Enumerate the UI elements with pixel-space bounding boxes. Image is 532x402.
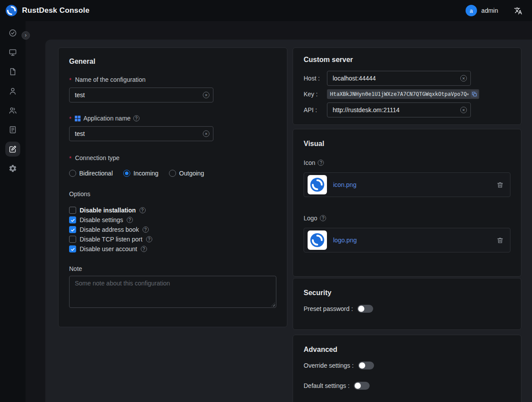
- delete-logo-button[interactable]: [496, 237, 504, 244]
- custom-server-title: Custom server: [304, 56, 510, 64]
- api-label: API :: [304, 106, 327, 113]
- sidebar-item-custom-clients[interactable]: [7, 143, 19, 155]
- host-input[interactable]: [327, 71, 471, 86]
- clear-name-icon[interactable]: [203, 92, 209, 99]
- host-label: Host :: [304, 75, 327, 82]
- disable-user-account-help-icon[interactable]: [141, 246, 147, 252]
- radio-bidirectional[interactable]: Bidirectional: [69, 170, 113, 177]
- icon-help-icon[interactable]: [318, 160, 324, 166]
- default-settings-label: Default settings :: [304, 382, 349, 389]
- disable-tcp-listen-port-help-icon[interactable]: [146, 236, 152, 242]
- checkbox-box: [69, 207, 76, 214]
- preset-password-row: Preset password :: [304, 304, 510, 314]
- api-input-wrap: [327, 102, 471, 117]
- icon-field-label: Icon: [304, 158, 510, 167]
- security-title: Security: [304, 289, 510, 297]
- copy-key-button[interactable]: [471, 91, 478, 98]
- options-label: Options: [69, 190, 276, 197]
- sidebar-item-users[interactable]: [7, 85, 19, 97]
- name-input-wrap: [69, 88, 213, 102]
- override-settings-label: Override settings :: [304, 362, 354, 369]
- language-button[interactable]: [514, 7, 522, 15]
- logs-icon: [8, 125, 17, 134]
- custom-server-card: Custom server Host : Key : HtaXBkJNHyn0e…: [293, 48, 521, 125]
- application-name-help-icon[interactable]: [133, 115, 139, 121]
- rustdesk-logo-icon: [5, 4, 18, 17]
- default-settings-row: Default settings :: [304, 381, 510, 391]
- application-name-label: Application name: [69, 114, 276, 123]
- clear-application-name-icon[interactable]: [203, 131, 209, 137]
- connection-type-radio-group: Bidirectional Incoming Outgoing: [69, 168, 276, 178]
- visual-card: Visual Icon icon.png: [293, 129, 521, 277]
- sidebar: [0, 21, 26, 402]
- logo-upload-box: logo.png: [304, 228, 510, 252]
- api-row: API :: [304, 102, 510, 117]
- logo-help-icon[interactable]: [320, 215, 326, 221]
- key-chip: HtaXBkJNHyn0e1U1jWXze7A7CN7QTGWqxkOtpaVp…: [327, 89, 479, 99]
- application-name-input-wrap: [69, 126, 213, 141]
- default-settings-toggle[interactable]: [354, 382, 370, 390]
- sidebar-item-devices[interactable]: [7, 46, 19, 58]
- key-value: HtaXBkJNHyn0e1U1jWXze7A7CN7QTGWqxkOtpaVp…: [330, 91, 469, 97]
- icon-thumbnail: [308, 175, 327, 194]
- general-card: General Name of the configuration Applic…: [58, 48, 287, 327]
- name-field-label: Name of the configuration: [69, 75, 276, 84]
- api-input[interactable]: [327, 102, 471, 117]
- disable-installation-help-icon[interactable]: [139, 207, 146, 213]
- advanced-card: Advanced Override settings : Default set…: [293, 335, 521, 402]
- radio-dot: [169, 170, 176, 177]
- clear-api-icon[interactable]: [460, 107, 467, 113]
- icon-upload-box: icon.png: [304, 172, 510, 197]
- logo-file-link[interactable]: logo.png: [333, 237, 357, 244]
- override-settings-row: Override settings :: [304, 361, 510, 370]
- key-row: Key : HtaXBkJNHyn0e1U1jWXze7A7CN7QTGWqxk…: [304, 89, 510, 99]
- preset-password-toggle[interactable]: [357, 305, 373, 313]
- disable-settings-help-icon[interactable]: [127, 217, 133, 223]
- dashboard-icon: [8, 29, 17, 37]
- override-settings-toggle[interactable]: [358, 362, 374, 369]
- sidebar-collapse-button[interactable]: [22, 31, 30, 40]
- sidebar-item-settings[interactable]: [7, 162, 19, 175]
- checkbox-box: [69, 226, 76, 233]
- trash-icon: [496, 237, 504, 244]
- user-name: admin: [481, 7, 498, 14]
- radio-outgoing[interactable]: Outgoing: [169, 170, 204, 177]
- icon-file-link[interactable]: icon.png: [333, 181, 356, 188]
- host-row: Host :: [304, 71, 510, 86]
- radio-dot: [123, 170, 130, 177]
- translate-icon: [514, 7, 522, 15]
- host-input-wrap: [327, 71, 471, 86]
- clear-host-icon[interactable]: [460, 75, 467, 82]
- checkbox-disable-tcp-listen-port[interactable]: Disable TCP listen port: [69, 234, 276, 244]
- windows-icon: [75, 116, 81, 121]
- app-title: RustDesk Console: [22, 6, 89, 15]
- radio-dot: [69, 170, 76, 177]
- trash-icon: [496, 181, 504, 189]
- sidebar-item-logs[interactable]: [7, 124, 19, 136]
- note-textarea[interactable]: [69, 276, 276, 308]
- checkbox-disable-installation[interactable]: Disable installation: [69, 205, 276, 215]
- connection-type-label: Connection type: [69, 153, 276, 162]
- disable-address-book-help-icon[interactable]: [143, 227, 149, 233]
- key-label: Key :: [304, 91, 327, 98]
- sidebar-item-dashboard[interactable]: [7, 27, 19, 39]
- settings-icon: [8, 164, 17, 173]
- app-header: RustDesk Console a admin: [0, 0, 532, 21]
- main-content: General Name of the configuration Applic…: [26, 21, 532, 402]
- header-right: a admin: [466, 5, 522, 16]
- brand: RustDesk Console: [5, 4, 89, 17]
- sidebar-item-documents[interactable]: [7, 66, 19, 78]
- radio-incoming[interactable]: Incoming: [123, 170, 158, 177]
- checkbox-disable-settings[interactable]: Disable settings: [69, 215, 276, 225]
- delete-icon-button[interactable]: [496, 181, 504, 189]
- sidebar-item-groups[interactable]: [7, 104, 19, 117]
- security-card: Security Preset password :: [293, 278, 521, 330]
- custom-clients-icon: [8, 145, 17, 153]
- user-avatar[interactable]: a: [466, 5, 477, 16]
- name-input[interactable]: [69, 88, 213, 102]
- checkbox-disable-user-account[interactable]: Disable user account: [69, 244, 276, 254]
- application-name-input[interactable]: [69, 126, 213, 141]
- groups-icon: [8, 106, 17, 115]
- checkbox-disable-address-book[interactable]: Disable address book: [69, 225, 276, 234]
- user-icon: [8, 87, 17, 95]
